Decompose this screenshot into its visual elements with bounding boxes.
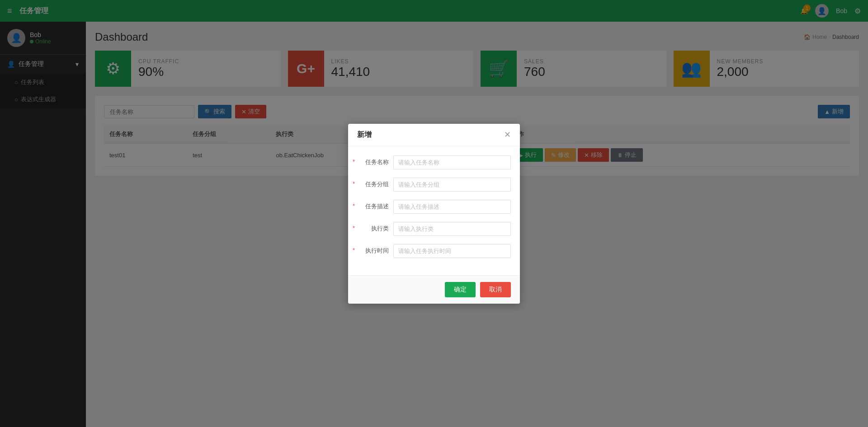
modal-body: 任务名称 任务分组 任务描述 执行类 执行时间 (348, 146, 520, 275)
input-task-desc[interactable] (393, 200, 511, 214)
form-group-task-desc: 任务描述 (357, 200, 511, 214)
modal-title: 新增 (357, 130, 372, 140)
label-executor: 执行类 (357, 225, 389, 233)
input-task-group[interactable] (393, 178, 511, 192)
input-executor[interactable] (393, 222, 511, 236)
modal-overlay: 新增 ✕ 任务名称 任务分组 任务描述 执行类 执行时间 (0, 0, 868, 427)
input-task-name[interactable] (393, 155, 511, 169)
add-task-modal: 新增 ✕ 任务名称 任务分组 任务描述 执行类 执行时间 (348, 124, 520, 304)
label-task-name: 任务名称 (357, 158, 389, 166)
form-group-exec-time: 执行时间 (357, 244, 511, 258)
modal-close-button[interactable]: ✕ (504, 131, 511, 139)
label-task-group: 任务分组 (357, 180, 389, 188)
modal-header: 新增 ✕ (348, 124, 520, 146)
form-group-executor: 执行类 (357, 222, 511, 236)
confirm-button[interactable]: 确定 (445, 282, 476, 297)
form-group-task-name: 任务名称 (357, 155, 511, 169)
label-exec-time: 执行时间 (357, 247, 389, 255)
cancel-button[interactable]: 取消 (480, 282, 511, 297)
form-group-task-group: 任务分组 (357, 178, 511, 192)
label-task-desc: 任务描述 (357, 202, 389, 211)
modal-footer: 确定 取消 (348, 275, 520, 304)
input-exec-time[interactable] (393, 244, 511, 258)
